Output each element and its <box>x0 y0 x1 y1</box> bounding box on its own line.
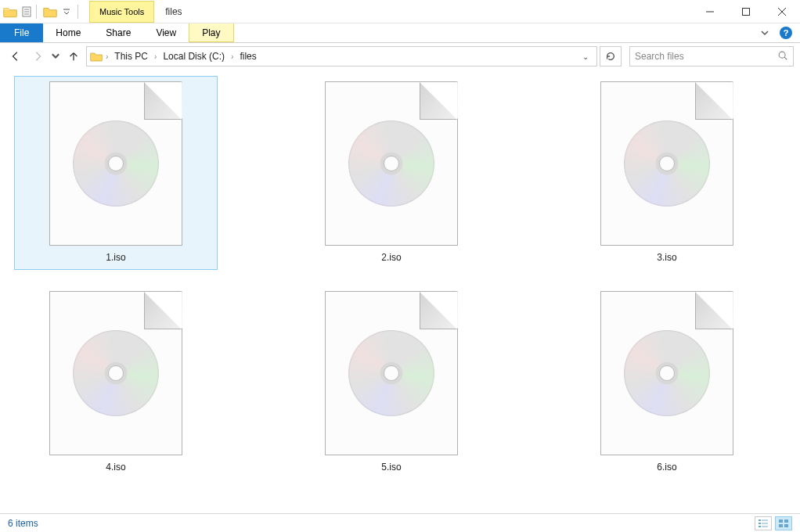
breadcrumb-files[interactable]: files <box>235 47 261 66</box>
search-box[interactable] <box>629 46 794 66</box>
svg-rect-19 <box>779 524 783 527</box>
window-controls <box>692 0 800 23</box>
search-icon[interactable] <box>777 50 788 63</box>
svg-rect-15 <box>759 526 761 527</box>
view-tab[interactable]: View <box>143 23 189 42</box>
play-tab[interactable]: Play <box>189 23 233 42</box>
search-input[interactable] <box>635 51 777 62</box>
iso-file-icon <box>600 81 733 246</box>
address-bar[interactable]: › This PC › Local Disk (C:) › files ⌄ <box>86 46 597 66</box>
qat-separator <box>36 5 37 19</box>
iso-file-icon <box>325 291 458 455</box>
file-item[interactable]: 5.iso <box>290 286 493 480</box>
details-view-button[interactable] <box>755 516 772 530</box>
quick-access-toolbar <box>0 0 81 23</box>
svg-point-9 <box>779 52 785 58</box>
svg-rect-18 <box>784 519 788 523</box>
folder-app-icon <box>2 3 19 20</box>
file-item[interactable]: 6.iso <box>565 286 769 480</box>
svg-rect-17 <box>779 519 783 523</box>
iso-file-icon <box>325 81 458 246</box>
svg-rect-16 <box>762 526 768 527</box>
iso-file-icon <box>49 81 182 246</box>
music-tools-tab-header: Music Tools <box>89 1 154 23</box>
breadcrumb-chevron-icon[interactable]: › <box>153 52 158 61</box>
location-folder-icon <box>88 51 104 62</box>
svg-rect-14 <box>762 523 768 524</box>
svg-rect-11 <box>759 519 761 521</box>
new-folder-icon[interactable] <box>41 3 59 20</box>
properties-icon[interactable] <box>20 5 33 18</box>
address-dropdown-icon[interactable]: ⌄ <box>578 52 593 61</box>
file-grid: 1.iso2.iso3.iso4.iso5.iso6.iso <box>14 76 786 480</box>
back-button[interactable] <box>6 47 25 66</box>
svg-rect-20 <box>784 524 788 527</box>
iso-file-icon <box>49 291 182 455</box>
contextual-tab-group: Music Tools <box>89 0 154 23</box>
minimize-button[interactable] <box>692 0 728 23</box>
close-button[interactable] <box>764 0 800 23</box>
recent-locations-icon[interactable] <box>50 47 61 66</box>
breadcrumb-chevron-icon[interactable]: › <box>104 52 110 61</box>
title-bar: Music Tools files <box>0 0 800 23</box>
svg-rect-6 <box>743 8 750 15</box>
qat-separator-2 <box>77 5 78 19</box>
share-tab[interactable]: Share <box>93 23 143 42</box>
maximize-button[interactable] <box>728 0 764 23</box>
file-item[interactable]: 1.iso <box>14 76 218 270</box>
file-name-label: 2.iso <box>381 252 401 263</box>
breadcrumb-local-disk[interactable]: Local Disk (C:) <box>158 47 229 66</box>
file-item[interactable]: 2.iso <box>290 76 493 270</box>
file-view-area[interactable]: 1.iso2.iso3.iso4.iso5.iso6.iso <box>0 70 800 513</box>
item-count-label: 6 items <box>8 518 38 529</box>
file-name-label: 3.iso <box>657 252 676 263</box>
iso-file-icon <box>600 291 733 455</box>
qat-dropdown-icon[interactable] <box>60 5 73 18</box>
file-name-label: 4.iso <box>106 462 125 473</box>
thumbnails-view-button[interactable] <box>775 516 792 530</box>
file-name-label: 1.iso <box>106 252 125 263</box>
status-bar: 6 items <box>0 513 800 532</box>
file-tab[interactable]: File <box>0 23 43 42</box>
breadcrumb-chevron-icon[interactable]: › <box>229 52 235 61</box>
svg-rect-12 <box>762 519 768 521</box>
ribbon-tabs: File Home Share View Play ? <box>0 23 800 43</box>
help-icon[interactable]: ? <box>780 27 792 39</box>
breadcrumb-this-pc[interactable]: This PC <box>110 47 153 66</box>
home-tab[interactable]: Home <box>43 23 93 42</box>
window-title: files <box>165 6 182 17</box>
navigation-bar: › This PC › Local Disk (C:) › files ⌄ <box>0 43 800 70</box>
refresh-button[interactable] <box>600 46 622 66</box>
file-item[interactable]: 4.iso <box>14 286 218 480</box>
file-item[interactable]: 3.iso <box>565 76 769 270</box>
svg-line-10 <box>784 57 787 59</box>
up-button[interactable] <box>64 47 83 66</box>
svg-rect-13 <box>759 523 761 524</box>
forward-button[interactable] <box>28 47 47 66</box>
ribbon-expand-icon[interactable] <box>758 26 772 40</box>
file-name-label: 6.iso <box>657 462 676 473</box>
file-name-label: 5.iso <box>381 462 401 473</box>
